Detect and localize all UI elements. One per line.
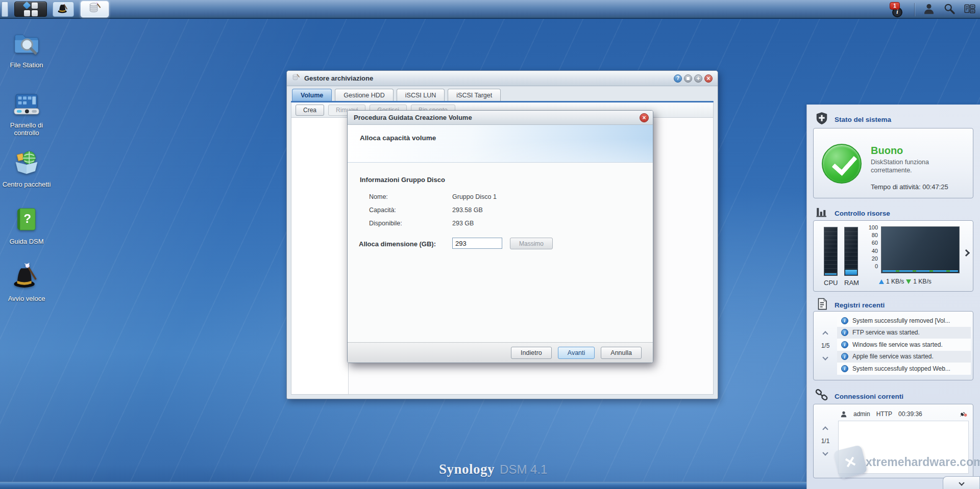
log-row[interactable]: Windows file service was started. [837, 339, 971, 351]
connection-protocol: HTTP [876, 410, 892, 418]
bar-chart-icon [815, 205, 828, 221]
desktop-icon-label: Centro pacchetti [2, 181, 51, 188]
dsm-logo: Synology DSM 4.1 [439, 461, 547, 477]
notifications-button[interactable]: 1 [889, 2, 906, 17]
main-menu-button[interactable] [14, 2, 47, 17]
main-menu-icon [24, 3, 38, 16]
log-row[interactable]: System successfully stopped Web... [837, 363, 971, 375]
log-row[interactable]: System successfully removed [Vol... [837, 315, 971, 327]
cancel-button[interactable]: Annulla [601, 347, 642, 359]
desktop-icon-dsm-help[interactable]: ? Guida DSM [2, 205, 51, 245]
window-titlebar[interactable]: Gestore archiviazione [287, 71, 718, 86]
storage-manager-icon [292, 73, 300, 84]
desktop-icon-package-center[interactable]: Centro pacchetti [2, 148, 51, 188]
expand-resource-monitor-button[interactable] [963, 249, 970, 256]
magic-hat-icon [57, 2, 69, 16]
system-status-header[interactable]: Stato del sistema [815, 112, 891, 127]
info-icon [841, 317, 848, 324]
close-button[interactable] [704, 74, 713, 83]
network-traffic-line [883, 270, 958, 272]
user-options-button[interactable] [923, 3, 935, 17]
tab-iscsi-lun[interactable]: iSCSI LUN [397, 89, 445, 101]
taskbar-separator [914, 3, 915, 16]
field-value-available: 293 GB [452, 220, 474, 227]
connection-time: 00:39:36 [898, 410, 922, 418]
back-button[interactable]: Indietro [511, 347, 552, 359]
dialog-close-button[interactable] [640, 113, 649, 122]
disk-group-section-title: Informazioni Gruppo Disco [360, 176, 445, 184]
log-row[interactable]: FTP service was started. [837, 327, 971, 339]
wizard-step-title: Alloca capacità volume [360, 134, 436, 142]
allocate-size-input[interactable] [452, 238, 502, 249]
resource-monitor-header[interactable]: Controllo risorse [815, 205, 890, 221]
allocate-size-label: Alloca dimensione (GB): [359, 240, 436, 248]
desktop-icon-control-panel[interactable]: Pannello di controllo [2, 91, 51, 137]
tab-gestione-hdd[interactable]: Gestione HDD [335, 89, 394, 101]
recent-logs-header[interactable]: Registri recenti [815, 297, 885, 313]
brand-name: Synology [439, 461, 495, 477]
desktop-icon-label: Avvio veloce [2, 295, 51, 302]
minimize-button[interactable] [684, 74, 692, 83]
logs-page-up-button[interactable] [822, 331, 828, 337]
create-button[interactable]: Crea [296, 105, 324, 116]
log-row[interactable]: Apple file service was started. [837, 351, 971, 363]
cpu-label: CPU [824, 279, 838, 287]
help-button[interactable] [674, 74, 682, 83]
wizard-step-banner: Alloca capacità volume [348, 125, 653, 163]
logs-page-indicator: 1/5 [821, 342, 830, 349]
system-status-title: Stato del sistema [835, 116, 891, 123]
cpu-gauge-fill [825, 273, 837, 275]
log-document-icon [815, 297, 828, 313]
next-button[interactable]: Avanti [558, 347, 595, 359]
download-rate: 1 KB/s [913, 278, 931, 285]
dialog-body: Informazioni Gruppo Disco Nome: Gruppo D… [348, 163, 653, 343]
logs-page-down-button[interactable] [822, 354, 828, 360]
desktop-icon-quick-start[interactable]: Avvio veloce [2, 262, 51, 302]
info-icon [841, 329, 848, 336]
maximum-button[interactable]: Massimo [510, 238, 553, 249]
desktop-icon-file-station[interactable]: File Station [2, 29, 51, 69]
desktop: 1 [0, 0, 980, 489]
pilot-view-button[interactable] [964, 3, 976, 17]
log-list: System successfully removed [Vol... FTP … [837, 315, 971, 375]
storage-manager-icon [88, 2, 102, 17]
field-label-capacity: Capacità: [369, 207, 396, 214]
show-desktop-button[interactable] [2, 2, 8, 17]
download-arrow-icon [906, 279, 911, 284]
help-book-icon: ? [13, 226, 40, 235]
connections-page-indicator: 1/1 [821, 437, 830, 445]
current-connections-header[interactable]: Connessioni correnti [815, 389, 903, 404]
volume-creation-wizard-dialog: Procedura Guidata Creazione Volume Alloc… [347, 110, 653, 363]
connection-row[interactable]: admin HTTP 00:39:36 [840, 408, 968, 420]
search-icon [943, 3, 955, 17]
connections-page-down-button[interactable] [822, 450, 828, 455]
desktop-icon-label: Guida DSM [2, 238, 51, 245]
tab-iscsi-target[interactable]: iSCSI Target [448, 89, 501, 101]
status-value: Buono [871, 145, 903, 157]
dialog-titlebar[interactable]: Procedura Guidata Creazione Volume [348, 111, 653, 125]
user-icon [923, 3, 935, 17]
cpu-gauge [824, 227, 838, 276]
quick-start-taskbar-button[interactable] [53, 2, 74, 17]
current-connections-title: Connessioni correnti [835, 393, 903, 400]
volume-list-panel[interactable] [291, 118, 349, 394]
desktop-icon-label: Pannello di controllo [2, 121, 51, 137]
connections-list [838, 421, 969, 474]
connections-page-up-button[interactable] [822, 426, 828, 432]
file-station-icon [12, 50, 41, 59]
sidebar-collapse-button[interactable] [943, 476, 980, 489]
control-panel-icon [12, 110, 41, 119]
user-icon [840, 410, 847, 418]
desktop-icon-label: File Station [2, 61, 51, 69]
logs-pager: 1/5 [814, 312, 837, 380]
maximize-button[interactable] [694, 74, 702, 83]
window-title: Gestore archiviazione [304, 74, 674, 82]
info-icon [841, 365, 848, 372]
storage-manager-taskbar-button[interactable] [81, 1, 109, 17]
tab-volume[interactable]: Volume [292, 89, 332, 101]
notification-count-badge: 1 [890, 2, 900, 10]
connection-user: admin [853, 410, 870, 418]
status-ok-icon [822, 144, 862, 184]
disconnect-icon[interactable] [959, 409, 968, 419]
search-button[interactable] [943, 3, 955, 17]
